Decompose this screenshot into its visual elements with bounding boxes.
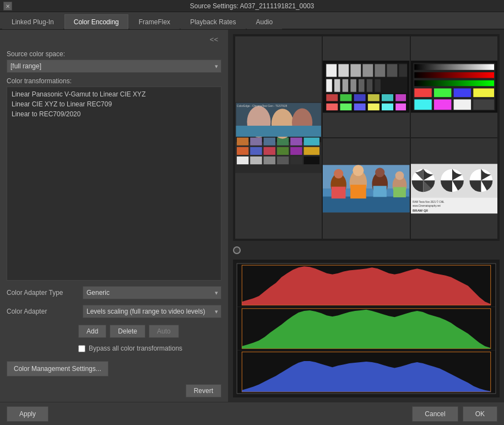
svg-rect-45 (368, 94, 380, 101)
svg-rect-30 (351, 64, 361, 77)
svg-rect-24 (236, 126, 321, 137)
color-adapter-type-wrapper: Generic (83, 286, 221, 299)
source-color-space-section: Source color space: [full range] (7, 50, 221, 73)
auto-button[interactable]: Auto (149, 325, 179, 338)
color-adapter-wrapper: Levels scaling (full range to video leve… (83, 305, 221, 318)
bypass-label[interactable]: Bypass all color transformations (89, 345, 182, 352)
svg-rect-56 (414, 64, 494, 69)
delete-button[interactable]: Delete (110, 325, 145, 338)
svg-rect-57 (414, 72, 494, 78)
svg-rect-61 (453, 88, 470, 97)
svg-rect-34 (399, 64, 408, 77)
svg-rect-35 (327, 79, 332, 92)
svg-rect-58 (414, 80, 494, 86)
svg-rect-16 (263, 157, 275, 164)
ok-button[interactable]: OK (463, 406, 497, 422)
svg-rect-52 (382, 104, 393, 111)
svg-rect-19 (304, 157, 319, 164)
svg-rect-13 (304, 147, 319, 155)
color-transformations-section: Color transformations: Linear Panasonic … (7, 77, 221, 281)
preview-white-balance (411, 36, 497, 137)
svg-rect-5 (277, 138, 289, 146)
svg-rect-14 (237, 157, 248, 164)
svg-rect-51 (368, 104, 380, 111)
svg-rect-28 (327, 64, 337, 77)
tab-bar: Linked Plug-In Color Encoding FrameFlex … (0, 12, 504, 30)
svg-rect-6 (290, 138, 302, 146)
add-button[interactable]: Add (78, 325, 106, 338)
preview-area: ColorEdge - ChromaTest Gen - TEST928 (233, 34, 500, 241)
title-bar: ✕ Source Settings: A037_2111191821_0003 (0, 0, 504, 12)
bypass-checkbox[interactable] (78, 345, 85, 352)
color-adapter-type-select[interactable]: Generic (83, 286, 221, 299)
svg-rect-62 (473, 88, 494, 97)
main-content: << Source color space: [full range] Colo… (0, 30, 504, 402)
source-color-space-wrapper: [full range] (7, 60, 221, 73)
tab-color-encoding[interactable]: Color Encoding (64, 14, 128, 29)
radio-button[interactable] (233, 246, 241, 254)
svg-rect-80 (350, 185, 366, 198)
svg-rect-33 (387, 64, 398, 77)
svg-rect-8 (237, 147, 248, 155)
preview-color-chart: ColorEdge - ChromaTest Gen - TEST928 (235, 36, 322, 239)
transform-item-1[interactable]: Linear CIE XYZ to Linear REC709 (9, 99, 219, 109)
svg-text:BRAW Q0: BRAW Q0 (413, 209, 429, 212)
source-color-space-select[interactable]: [full range] (7, 60, 221, 73)
color-adapter-select[interactable]: Levels scaling (full range to video leve… (83, 305, 221, 318)
color-adapter-type-label: Color Adapter Type (7, 289, 78, 297)
svg-rect-37 (343, 79, 348, 92)
color-management-settings-button[interactable]: Color Management Settings... (7, 361, 109, 376)
svg-point-78 (395, 171, 404, 180)
svg-rect-66 (473, 99, 494, 110)
svg-rect-39 (359, 79, 364, 92)
svg-text:www.Cinematography.net: www.Cinematography.net (413, 205, 441, 207)
preview-photo (323, 138, 409, 239)
tab-linked-plugin[interactable]: Linked Plug-In (2, 14, 63, 29)
svg-rect-12 (290, 147, 302, 155)
adapter-buttons-row: Add Delete Auto (7, 325, 221, 338)
cancel-button[interactable]: Cancel (412, 406, 458, 422)
svg-point-72 (334, 169, 343, 178)
svg-rect-82 (393, 187, 406, 197)
color-mgmt-section: Color Management Settings... (7, 361, 221, 376)
svg-rect-4 (263, 138, 275, 146)
bottom-bar: Apply Cancel OK (0, 402, 504, 425)
svg-rect-59 (414, 88, 431, 97)
color-adapter-row: Color Adapter Levels scaling (full range… (7, 305, 221, 318)
svg-rect-18 (290, 157, 302, 164)
transform-item-0[interactable]: Linear Panasonic V-Gamut to Linear CIE X… (9, 89, 219, 99)
svg-rect-40 (367, 79, 372, 92)
bypass-row: Bypass all color transformations (7, 345, 221, 352)
svg-rect-60 (434, 88, 451, 97)
svg-rect-11 (277, 147, 289, 155)
collapse-button[interactable]: << (207, 34, 221, 45)
transform-item-2[interactable]: Linear to REC709/2020 (9, 109, 219, 119)
svg-rect-7 (304, 138, 319, 146)
svg-rect-36 (334, 79, 340, 92)
svg-text:RAW Tests Nov 2021 © CML: RAW Tests Nov 2021 © CML (413, 200, 445, 203)
svg-rect-38 (351, 79, 356, 92)
left-panel: << Source color space: [full range] Colo… (0, 30, 229, 402)
tab-frameflex[interactable]: FrameFlex (129, 14, 180, 29)
svg-point-74 (353, 165, 364, 176)
svg-rect-64 (434, 99, 451, 110)
color-adapter-label: Color Adapter (7, 308, 78, 315)
svg-rect-44 (354, 94, 366, 101)
svg-rect-3 (250, 138, 262, 146)
svg-rect-46 (382, 94, 393, 101)
svg-rect-63 (414, 99, 431, 110)
tab-playback-rates[interactable]: Playback Rates (181, 14, 245, 29)
apply-button[interactable]: Apply (7, 406, 48, 422)
svg-rect-10 (263, 147, 275, 155)
svg-rect-50 (354, 104, 366, 111)
connector-area (233, 244, 500, 256)
svg-rect-69 (323, 196, 409, 212)
preview-resolution-chart: RAW Tests Nov 2021 © CML www.Cinematogra… (411, 138, 497, 239)
svg-rect-42 (327, 94, 338, 101)
close-icon: ✕ (6, 3, 10, 9)
tab-audio[interactable]: Audio (247, 14, 283, 29)
collapse-section: << (7, 34, 221, 45)
close-button[interactable]: ✕ (3, 2, 12, 10)
revert-button[interactable]: Revert (186, 384, 221, 397)
svg-text:ColorEdge - ChromaTest Gen - T: ColorEdge - ChromaTest Gen - TEST928 (237, 104, 288, 107)
